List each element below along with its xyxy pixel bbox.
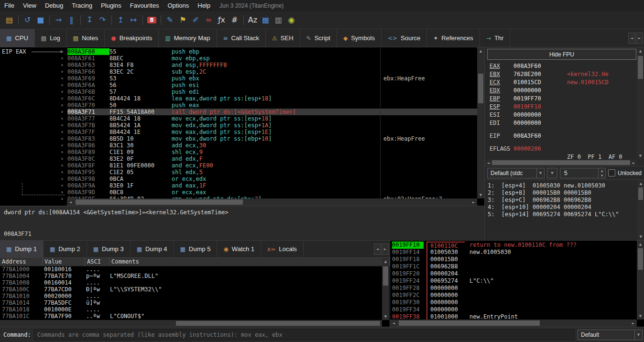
stack-row[interactable]: 0019FF10 0100110C return to new.0100110C… — [392, 242, 637, 249]
tab-locals[interactable]: x= Locals — [261, 241, 304, 257]
scrollbar-thumb[interactable] — [383, 266, 388, 286]
dump-column-header[interactable]: ASCI — [85, 258, 109, 266]
tab-references[interactable]: ✦ References — [427, 29, 480, 47]
tab-seh[interactable]: ⚠ SEH — [266, 29, 300, 47]
tab-dump-2[interactable]: ▦ Dump 2 — [44, 241, 87, 257]
breakpoint-gutter-dot[interactable] — [50, 129, 67, 135]
disasm-row[interactable]: 008A3F8C 83E2 0F and edx,F — [50, 155, 477, 162]
tab-cpu[interactable]: ▦ CPU — [0, 29, 35, 47]
argument-row[interactable]: 4: [esp+10] 00000204 00000204 — [488, 204, 644, 211]
labels-icon[interactable]: # — [228, 14, 241, 26]
settings-icon[interactable]: ▦ — [259, 14, 272, 26]
disasm-row[interactable]: 008A3F77 8B4C24 18 mov ecx,dword ptr ss:… — [50, 115, 477, 122]
dump-row[interactable]: 77BA1010 00020000 .... — [0, 293, 382, 299]
disasm-row[interactable]: 008A3F95 C1E2 05 shl edx,5 — [50, 169, 477, 176]
stack-row[interactable]: 0019FF34 00000000 — [392, 306, 637, 313]
scroll-left-icon[interactable] — [374, 243, 381, 255]
calling-convention-dropdown[interactable]: Default (stdc — [487, 168, 545, 178]
execute-till-return-icon[interactable]: ↥ — [114, 14, 127, 26]
breakpoint-gutter-dot[interactable] — [50, 48, 67, 55]
tab-threads[interactable]: → Thr — [480, 29, 511, 47]
scrollbar-thumb[interactable] — [478, 74, 483, 103]
dump-row[interactable]: 77BA1014 77BA5DFC ü]ºw — [0, 299, 382, 306]
breakpoint-gutter-dot[interactable] — [50, 62, 67, 68]
scroll-right-icon[interactable] — [636, 33, 643, 44]
disasm-row[interactable]: 008A3F89 C1E1 09 shl ecx,9 — [50, 149, 477, 155]
dump-horizontal-scrollbar[interactable] — [0, 320, 382, 327]
menu-item[interactable]: Debug — [41, 0, 67, 11]
tab-log[interactable]: ▤ Log — [35, 29, 67, 47]
menu-item[interactable]: File — [0, 0, 19, 11]
stack-row[interactable]: 0019FF1C 006962B8 — [392, 263, 637, 270]
highlight-icon[interactable]: ⚑ — [176, 14, 189, 26]
tab-script[interactable]: ✎ Script — [300, 29, 337, 47]
breakpoint-gutter-dot[interactable] — [50, 122, 67, 129]
menu-item[interactable]: View — [19, 0, 41, 11]
disasm-row[interactable]: 008A3F66 83EC 2C sub esp,2C — [50, 68, 477, 75]
scroll-left-icon[interactable] — [69, 200, 72, 204]
scrollbar-thumb[interactable] — [176, 321, 380, 326]
breakpoint-gutter-dot[interactable] — [50, 115, 67, 122]
command-input[interactable] — [34, 329, 575, 340]
stack-row[interactable]: 0019FF24 00695274 L"C:\\" — [392, 277, 637, 285]
register-row[interactable]: EAX 008A3F60 — [490, 62, 644, 70]
unlocked-checkbox[interactable] — [608, 169, 615, 177]
scrollbar-thumb[interactable] — [638, 56, 643, 79]
scroll-up-icon[interactable] — [640, 182, 642, 186]
breakpoint-gutter-dot[interactable] — [50, 189, 67, 196]
appearance-icon[interactable]: Az — [246, 14, 259, 26]
register-row[interactable]: EIP 008A3F60 — [490, 132, 644, 140]
tab-call-stack[interactable]: ≡ Call Stack — [217, 29, 266, 47]
argument-row[interactable]: 1: [esp+4] 01005030 new.01005030 — [488, 182, 644, 189]
breakpoint-gutter-dot[interactable] — [50, 135, 67, 142]
breakpoint-gutter-dot[interactable] — [50, 142, 67, 149]
favourites-icon[interactable]: ◉ — [285, 14, 298, 26]
stack-row[interactable]: 0019FF28 00000000 — [392, 285, 637, 292]
tab-memory-map[interactable]: ▥ Memory Map — [159, 29, 217, 47]
calculator-icon[interactable]: ▥ — [272, 14, 285, 26]
breakpoint-gutter-dot[interactable] — [50, 162, 67, 169]
dump-column-header[interactable]: Comments — [109, 258, 390, 266]
registers-vertical-scrollbar[interactable] — [637, 47, 644, 159]
register-row[interactable]: ESP 0019FF10 — [490, 103, 644, 111]
disasm-row[interactable]: 008A3F63 83E4 F8 and esp,FFFFFFF8 — [50, 62, 477, 68]
stack-pane[interactable]: 0019FF10 0100110C return to new.0100110C… — [390, 241, 644, 327]
scrollbar-thumb[interactable] — [638, 248, 643, 270]
command-profile-dropdown[interactable]: Default — [578, 330, 643, 340]
disasm-row[interactable]: 008A3F6B 57 push edi — [50, 88, 477, 95]
breakpoint-gutter-dot[interactable] — [50, 68, 67, 75]
breakpoint-gutter-dot[interactable] — [50, 75, 67, 82]
breakpoint-gutter-dot[interactable] — [50, 196, 67, 202]
disasm-row[interactable]: 008A3F83 8B5D 10 mov ebx,dword ptr ss:[e… — [50, 135, 477, 142]
disasm-row[interactable]: 008A3F9A 83E0 1F and eax,1F — [50, 182, 477, 189]
breakpoint-gutter-dot[interactable] — [50, 182, 67, 189]
scroll-down-icon[interactable] — [480, 193, 482, 197]
secondary-dropdown[interactable] — [547, 168, 557, 178]
dump-row[interactable]: 77BA1004 77BA7E70 p~ºw L"MSCOREE.DLL" — [0, 273, 382, 279]
disasm-row[interactable]: 008A3F6C 8D4424 18 lea eax,dword ptr ss:… — [50, 95, 477, 102]
scroll-up-icon[interactable] — [384, 260, 387, 264]
disasm-row[interactable]: 008A3F70 50 push eax — [50, 102, 477, 109]
scroll-up-icon[interactable] — [639, 243, 642, 246]
breakpoint-gutter-dot[interactable] — [50, 169, 67, 176]
scroll-down-icon[interactable] — [639, 314, 642, 318]
breakpoint-gutter-dot[interactable] — [50, 88, 67, 95]
tab-breakpoints[interactable]: ● Breakpoints — [105, 29, 159, 47]
hide-fpu-button[interactable]: Hide FPU — [487, 49, 636, 60]
argument-count-spinner[interactable]: 5 — [560, 168, 606, 178]
skip-next-icon[interactable]: ↦ — [127, 14, 140, 26]
register-row[interactable]: EFLAGS 00000206 — [490, 145, 644, 153]
disasm-row[interactable]: 008A3F98 0BCA or ecx,edx — [50, 176, 477, 182]
scroll-right-icon[interactable] — [632, 321, 634, 325]
open-file-icon[interactable]: ▤ — [3, 14, 16, 26]
breakpoint-gutter-dot[interactable] — [50, 55, 67, 62]
stack-row[interactable]: 0019FF2C 00000000 — [392, 292, 637, 299]
disasm-row[interactable]: 008A3F7B 8B5424 1A mov edx,dword ptr ss:… — [50, 122, 477, 129]
dump-row[interactable]: 77BA1018 0010000E .... — [0, 306, 382, 313]
spin-up-icon[interactable] — [599, 168, 605, 173]
breakpoint-gutter-dot[interactable] — [50, 95, 67, 102]
disasm-row[interactable]: 008A3F9D 0BC8 or ecx,eax — [50, 189, 477, 196]
dump-column-header[interactable]: Address — [0, 258, 43, 266]
trace-icon[interactable]: ≈ — [202, 14, 215, 26]
functions-icon[interactable]: ƒx — [215, 14, 228, 26]
